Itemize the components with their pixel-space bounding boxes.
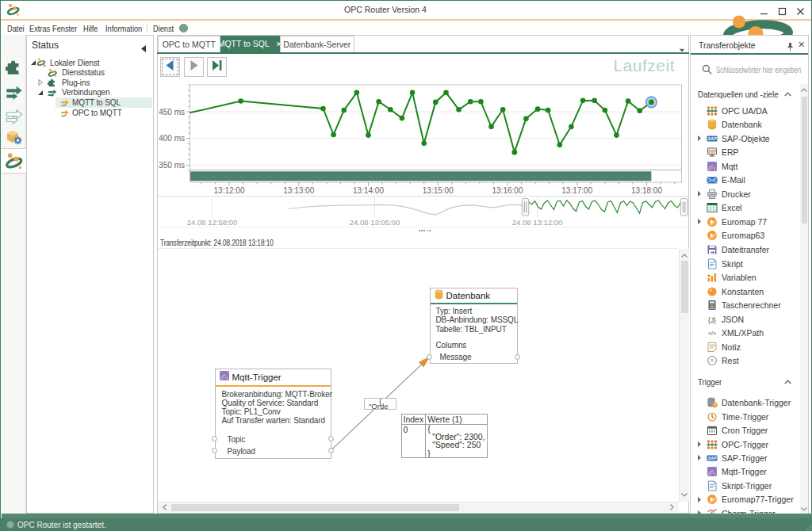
port-connector[interactable] (328, 436, 334, 441)
transfer-object-skript-trigger[interactable]: Skript-Trigger (691, 479, 800, 493)
menu-item-datei[interactable]: Datei (7, 22, 25, 34)
section-header-1[interactable]: Trigger (698, 377, 722, 387)
transfer-object-rest[interactable]: RRest (691, 354, 800, 369)
transfer-object-datenbank-trigger[interactable]: Datenbank-Trigger (691, 396, 800, 411)
svg-text:13:18:00: 13:18:00 (631, 186, 662, 195)
splitter-handle[interactable] (419, 230, 431, 231)
tree-item-opc-to-mqtt[interactable]: OPC to MQTT (28, 108, 153, 118)
port-connector[interactable] (212, 448, 217, 453)
sidebar-button-transfers[interactable] (5, 82, 24, 101)
expander-collapsed-icon[interactable] (697, 218, 702, 225)
transfer-object-dateitransfer[interactable]: Dateitransfer (691, 243, 800, 257)
section-collapse-icon[interactable] (784, 380, 791, 384)
transfer-object-label: Mqtt-Trigger (722, 467, 767, 476)
scroll-up-icon[interactable] (800, 86, 809, 94)
transfer-object-opc-ua-da[interactable]: OPC UA/DA (691, 104, 800, 118)
canvas-vertical-scrollbar[interactable] (679, 249, 689, 502)
menu-item-hilfe[interactable]: Hilfe (83, 22, 98, 34)
transfer-object-excel[interactable]: Excel (691, 201, 800, 216)
port-connector[interactable] (427, 354, 432, 360)
svg-text:R: R (710, 359, 714, 364)
scroll-thumb[interactable] (171, 504, 459, 511)
tab-label: Datenbank-Server (283, 40, 350, 49)
canvas-horizontal-scrollbar[interactable] (158, 502, 679, 512)
edge-value-preview: { "Orde (364, 398, 396, 410)
scroll-thumb[interactable] (681, 261, 688, 313)
play-button[interactable] (184, 57, 204, 77)
range-selector-chart[interactable]: 24.08 12:58:0024.08 13:05:0024.08 13:12:… (158, 196, 690, 227)
transfer-object-xml-xpath[interactable]: </>XML/XPath (691, 327, 800, 341)
expander-collapsed-icon[interactable] (697, 190, 702, 197)
sidebar-button-transfers-inactive[interactable] (5, 106, 24, 125)
tab-overflow-dropdown-icon[interactable] (679, 41, 685, 55)
transfer-object-label: Euromap 77 (722, 217, 767, 227)
transfer-object-euromap77-trigger[interactable]: Euromap77-Trigger (691, 492, 800, 506)
close-panel-icon[interactable]: ✕ (798, 40, 805, 50)
transfer-object-label: OPC UA/DA (722, 106, 768, 116)
expander-expanded-icon[interactable] (37, 90, 44, 96)
sidebar-tab-opc-router[interactable] (2, 148, 26, 174)
scroll-thumb[interactable] (802, 97, 808, 223)
scroll-down-icon[interactable] (680, 490, 690, 499)
sidebar-button-plugins[interactable] (5, 57, 24, 76)
expander-collapsed-icon[interactable] (697, 135, 702, 142)
collapse-panel-icon[interactable] (140, 41, 147, 55)
tree-item-verbindungen[interactable]: Verbindungen (28, 88, 153, 98)
transfer-object-datenbank[interactable]: Datenbank (691, 117, 800, 132)
expander-collapsed-icon[interactable] (697, 454, 702, 461)
menu-item-extras[interactable]: Extras (29, 22, 50, 34)
section-collapse-icon[interactable] (784, 92, 791, 97)
transfer-object-cron-trigger[interactable]: Cron Trigger (691, 423, 800, 437)
port-connector[interactable] (515, 354, 520, 360)
node-mqtt-trigger[interactable]: Mqtt-Trigger Brokeranbindung: MQTT-Broke… (215, 369, 331, 459)
transfer-object-euromap63[interactable]: Euromap63 (691, 229, 800, 243)
tab-mqtt-to-sql[interactable]: MQTT to SQL✕ (220, 36, 281, 52)
node-datenbank[interactable]: Datenbank Typ: InsertDB-Anbindung: MSSQL… (430, 288, 518, 364)
sidebar-button-project-settings[interactable] (5, 128, 24, 147)
transfer-object-mqtt[interactable]: Mqtt (691, 159, 800, 174)
transfer-object-json[interactable]: {J}JSON (691, 312, 800, 327)
resize-grip[interactable] (805, 524, 812, 531)
transfer-object-opc-trigger[interactable]: OPC-Trigger (691, 437, 800, 452)
tree-item-lokaler-dienst[interactable]: Lokaler Dienst (28, 58, 153, 68)
port-connector[interactable] (212, 436, 217, 441)
transfer-object-mqtt-trigger[interactable]: Mqtt-Trigger (691, 465, 800, 479)
scroll-left-icon[interactable] (159, 502, 169, 513)
tree-item-dienststatus[interactable]: Dienststatus (28, 68, 153, 78)
tab-opc-to-mqtt[interactable]: OPC to MQTT (158, 36, 220, 52)
transfer-object-sap-trigger[interactable]: SAPSAP-Trigger (691, 451, 800, 465)
search-input[interactable]: Schlüsselwörter hier eingeben (697, 60, 802, 79)
menu-item-dienst[interactable]: Dienst (153, 22, 174, 34)
expander-collapsed-icon[interactable] (697, 496, 702, 503)
transfer-object-erp[interactable]: ERPERP (691, 145, 800, 159)
transfer-object-notiz[interactable]: Notiz (691, 340, 800, 354)
transfer-object-drucker[interactable]: Drucker (691, 187, 800, 201)
section-header-0[interactable]: Datenquellen und -ziele (698, 90, 779, 99)
transfer-object-euromap-77[interactable]: Euromap 77 (691, 215, 800, 229)
transfer-object-time-trigger[interactable]: Time-Trigger (691, 410, 800, 424)
step-back-button[interactable] (160, 57, 180, 77)
tree-item-mqtt-to-sql[interactable]: MQTT to SQL (28, 97, 153, 108)
scroll-up-icon[interactable] (680, 250, 690, 260)
scroll-right-icon[interactable] (667, 502, 676, 513)
transfer-object-konstanten[interactable]: Konstanten (691, 285, 800, 299)
menu-item-fenster[interactable]: Fenster (52, 22, 77, 34)
range-handle-right[interactable] (680, 199, 688, 216)
tree-item-plug-ins[interactable]: Plug-ins (28, 78, 153, 88)
range-handle-left[interactable] (522, 199, 529, 216)
skip-to-end-button[interactable] (207, 57, 227, 77)
transfer-object-label: XML/XPath (722, 328, 764, 338)
scroll-down-icon[interactable] (800, 505, 809, 514)
menu-item-information[interactable]: Information (105, 22, 142, 34)
transfer-object-sap-objekte[interactable]: SAPSAP-Objekte (691, 132, 800, 146)
transfer-panel-scrollbar[interactable] (800, 84, 809, 515)
transfer-object-taschenrechner[interactable]: Taschenrechner (691, 298, 800, 312)
expander-collapsed-icon[interactable] (37, 79, 44, 86)
euromap-icon (707, 216, 718, 227)
expander-collapsed-icon[interactable] (697, 441, 702, 448)
port-connector[interactable] (328, 448, 334, 453)
transfer-object-e-mail[interactable]: E-Mail (691, 174, 800, 188)
transfer-object-skript[interactable]: Skript (691, 257, 800, 271)
transfer-object-variablen[interactable]: Variablen (691, 270, 800, 285)
tab-datenbank-server[interactable]: Datenbank-Server (280, 36, 354, 52)
